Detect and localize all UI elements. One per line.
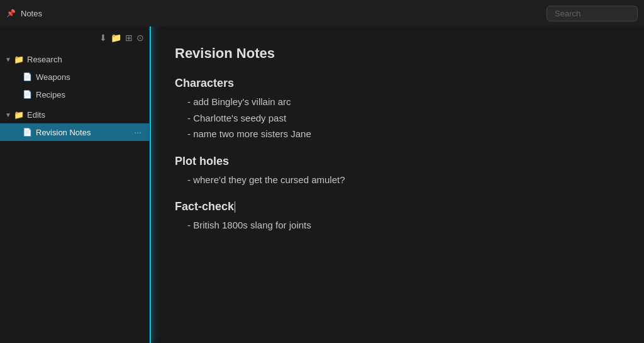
content-area[interactable]: Revision Notes Characters - add Bingley'… [150,26,644,343]
note-section-fact-check: Fact-check - British 1800s slang for joi… [175,200,619,233]
note-line: - Charlotte's seedy past [175,110,619,127]
note-icon: 📄 [23,128,32,137]
search-input[interactable] [547,6,638,21]
folder-name: Research [27,55,131,64]
section-heading: Fact-check [175,200,619,213]
folder-name: Edits [27,110,131,120]
top-bar: 📌 Notes [0,0,644,26]
heading-text: Fact-check [175,200,234,213]
section-heading: Plot holes [175,155,619,168]
folder-icon: 📁 [14,110,24,120]
note-icon: 📄 [23,90,32,99]
note-line: - add Bingley's villain arc [175,94,619,110]
chevron-icon: ▼ [5,111,14,118]
text-cursor [235,201,235,213]
app-title: Notes [21,9,42,18]
note-icon: 📄 [23,72,32,81]
folder-edits[interactable]: ▼ 📁 Edits ··· [0,106,149,123]
note-line: - name two more sisters Jane [175,126,619,142]
add-folder-icon[interactable]: 📁 [111,33,121,43]
more-icon[interactable]: ⊙ [136,33,144,43]
folder-research[interactable]: ▼ 📁 Research ··· [0,50,149,68]
app-header: 📌 Notes [6,9,42,18]
note-item-recipes[interactable]: 📄 Recipes ··· [0,86,149,103]
note-section-characters: Characters - add Bingley's villain arc -… [175,77,619,142]
folder-icon: 📁 [14,55,24,64]
main-layout: ⬇ 📁 ⊞ ⊙ ▼ 📁 Research ··· 📄 Weapons ··· 📄… [0,26,644,343]
note-name: Recipes [36,90,131,99]
section-heading: Characters [175,77,619,90]
note-name: Revision Notes [36,128,131,137]
sidebar: ⬇ 📁 ⊞ ⊙ ▼ 📁 Research ··· 📄 Weapons ··· 📄… [0,26,150,343]
sidebar-toolbar: ⬇ 📁 ⊞ ⊙ [0,26,149,49]
note-more-icon[interactable]: ··· [131,127,144,137]
note-name: Weapons [36,72,131,82]
note-title: Revision Notes [175,45,619,62]
note-line: - British 1800s slang for joints [175,217,619,233]
add-note-icon[interactable]: ⬇ [99,33,107,43]
note-section-plot-holes: Plot holes - where'd they get the cursed… [175,155,619,188]
view-icon[interactable]: ⊞ [125,33,133,43]
note-line: - where'd they get the cursed amulet? [175,172,619,188]
note-item-weapons[interactable]: 📄 Weapons ··· [0,68,149,86]
pin-icon: 📌 [6,9,16,18]
folder-group-edits: ▼ 📁 Edits ··· 📄 Revision Notes ··· [0,104,149,142]
note-item-revision-notes[interactable]: 📄 Revision Notes ··· [0,123,149,141]
folder-group-research: ▼ 📁 Research ··· 📄 Weapons ··· 📄 Recipes… [0,49,149,104]
chevron-icon: ▼ [5,56,14,63]
